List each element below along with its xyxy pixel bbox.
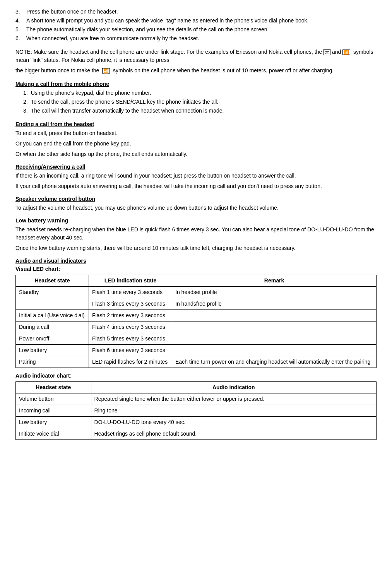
audio-visual-heading: Audio and visual indicators bbox=[15, 257, 377, 265]
note-block: NOTE: Make sure the headset and the cell… bbox=[15, 48, 377, 75]
intro-list-item: 6.When connected, you are free to commun… bbox=[15, 34, 308, 43]
section-heading-making-call: Making a call from the mobile phone bbox=[15, 81, 109, 87]
section-speaker-volume: Speaker volume control buttonTo adjust t… bbox=[15, 195, 377, 212]
led-table-row: Low batteryFlash 6 times every 3 seconds bbox=[16, 345, 377, 356]
section-paragraph: To adjust the volume of headset, you may… bbox=[15, 204, 377, 212]
section-list-item: 2.To send the call, press the phone's SE… bbox=[15, 98, 224, 107]
led-table-row: Flash 3 times every 3 secondsIn handsfre… bbox=[16, 298, 377, 310]
section-receiving-call: Receiving/Answering a callIf there is an… bbox=[15, 163, 377, 190]
section-heading-ending-call: Ending a call from the headset bbox=[15, 121, 94, 127]
section-paragraph: The headset needs re-charging when the b… bbox=[15, 226, 377, 242]
led-table-row: During a callFlash 4 times every 3 secon… bbox=[16, 321, 377, 333]
section-paragraph: Once the low battery warning starts, the… bbox=[15, 244, 377, 252]
led-table-row: Power on/offFlash 5 times every 3 second… bbox=[16, 333, 377, 345]
visual-led-heading: Visual LED chart: bbox=[15, 265, 377, 273]
section-list-item: 3.The call will then transfer automatica… bbox=[15, 107, 224, 116]
audio-visual-section: Audio and visual indicators Visual LED c… bbox=[15, 257, 377, 440]
audio-table-row: Incoming callRing tone bbox=[16, 405, 377, 417]
intro-list-item: 3.Press the button once on the headset. bbox=[15, 8, 308, 17]
audio-table-row: Low batteryDO-LU-DO-LU-DO tone every 40 … bbox=[16, 417, 377, 428]
section-heading-low-battery: Low battery warning bbox=[15, 217, 68, 224]
note-paragraph2: the bigger button once to make the 📶 sym… bbox=[15, 67, 377, 75]
audio-indicator-heading: Audio indicator chart: bbox=[15, 372, 377, 380]
section-paragraph: Or when the other side hangs up the phon… bbox=[15, 150, 377, 158]
intro-list: 3.Press the button once on the headset.4… bbox=[15, 8, 377, 43]
section-heading-speaker-volume: Speaker volume control button bbox=[15, 196, 95, 202]
note-paragraph: NOTE: Make sure the headset and the cell… bbox=[15, 48, 377, 64]
section-list-item: 1.Using the phone's keypad, dial the pho… bbox=[15, 89, 224, 98]
section-paragraph: To end a call, press the button on heads… bbox=[15, 129, 377, 137]
audio-table-row: Volume buttonRepeated single tone when t… bbox=[16, 393, 377, 405]
section-ending-call: Ending a call from the headsetTo end a c… bbox=[15, 120, 377, 158]
section-paragraph: If your cell phone supports auto answeri… bbox=[15, 182, 377, 190]
led-table-row: Initial a call (Use voice dial)Flash 2 t… bbox=[16, 310, 377, 321]
audio-table-row: Initiate voice dialHeadset rings as cell… bbox=[16, 428, 377, 440]
intro-list-item: 4.A short tone will prompt you and you c… bbox=[15, 17, 308, 26]
section-low-battery: Low battery warningThe headset needs re-… bbox=[15, 217, 377, 252]
led-table-row: PairingLED rapid flashes for 2 minutesEa… bbox=[16, 356, 377, 368]
intro-list-item: 5.The phone automatically dials your sel… bbox=[15, 26, 308, 34]
section-making-call: Making a call from the mobile phone1.Usi… bbox=[15, 80, 377, 116]
audio-table: Headset stateAudio indication Volume but… bbox=[15, 381, 377, 440]
led-table-row: StandbyFlash 1 time every 3 secondsIn he… bbox=[16, 287, 377, 298]
section-paragraph: If there is an incoming call, a ring ton… bbox=[15, 172, 377, 180]
led-table: Headset stateLED indication stateRemark … bbox=[15, 275, 377, 368]
section-paragraph: Or you can end the call from the phone k… bbox=[15, 140, 377, 148]
section-heading-receiving-call: Receiving/Answering a call bbox=[15, 164, 86, 170]
